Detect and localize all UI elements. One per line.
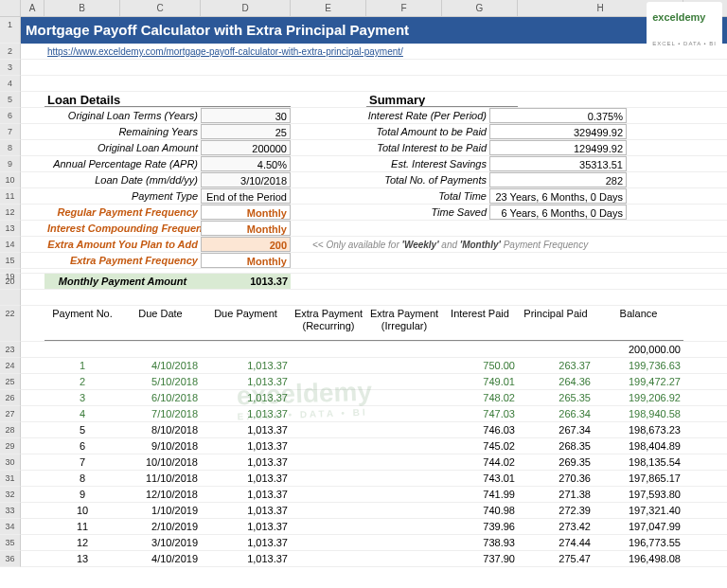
- loan-details-heading: Loan Details: [44, 92, 291, 107]
- loan-label: Loan Date (mm/dd/yy): [44, 172, 201, 187]
- row-12[interactable]: 12: [0, 205, 21, 221]
- col-C[interactable]: C: [120, 0, 201, 16]
- col-F[interactable]: F: [366, 0, 442, 16]
- row-35[interactable]: 35: [0, 535, 21, 551]
- summary-value: 129499.92: [489, 140, 627, 155]
- row-27[interactable]: 27: [0, 406, 21, 422]
- row-3[interactable]: 3: [0, 60, 21, 76]
- summary-heading: Summary: [366, 92, 518, 107]
- summary-label: Total Time: [310, 188, 489, 204]
- table-row[interactable]: 47/10/20181,013.37747.03266.34198,940.58: [21, 406, 727, 422]
- row-28[interactable]: 28: [0, 422, 21, 438]
- loan-label: Extra Amount You Plan to Add: [44, 237, 201, 252]
- spreadsheet: A B C D E F G H 123456789101112131415192…: [0, 0, 727, 567]
- summary-label: Time Saved: [310, 205, 489, 220]
- row-7[interactable]: 7: [0, 124, 21, 140]
- loan-value[interactable]: 200000: [201, 140, 291, 155]
- col-E[interactable]: E: [291, 0, 366, 16]
- summary-label: Interest Rate (Per Period): [310, 108, 489, 123]
- loan-value[interactable]: Monthly: [201, 253, 291, 268]
- summary-value: 282: [489, 172, 627, 187]
- table-row[interactable]: 123/10/20191,013.37738.93274.44196,773.5…: [21, 535, 727, 551]
- row-33[interactable]: 33: [0, 503, 21, 519]
- loan-value[interactable]: 25: [201, 124, 291, 139]
- row-10[interactable]: 10: [0, 172, 21, 188]
- summary-label: Est. Interest Savings: [310, 156, 489, 171]
- summary-label: Total Amount to be Paid: [310, 124, 489, 139]
- row-34[interactable]: 34: [0, 519, 21, 535]
- loan-value[interactable]: End of the Period: [201, 188, 291, 204]
- col-A[interactable]: A: [21, 0, 44, 16]
- row-36[interactable]: 36: [0, 551, 21, 567]
- loan-label: Payment Type: [44, 188, 201, 204]
- row-8[interactable]: 8: [0, 140, 21, 156]
- loan-value[interactable]: 200: [201, 237, 291, 252]
- loan-label: Original Loan Amount: [44, 140, 201, 155]
- source-link[interactable]: https://www.exceldemy.com/mortgage-payof…: [44, 44, 612, 59]
- loan-label: Extra Payment Frequency: [44, 253, 201, 268]
- table-row[interactable]: 69/10/20181,013.37745.02268.35198,404.89: [21, 438, 727, 454]
- loan-value[interactable]: 4.50%: [201, 156, 291, 171]
- table-row[interactable]: 811/10/20181,013.37743.01270.36197,865.1…: [21, 471, 727, 487]
- table-row[interactable]: 112/10/20191,013.37739.96273.42197,047.9…: [21, 519, 727, 535]
- table-row[interactable]: 710/10/20181,013.37744.02269.35198,135.5…: [21, 454, 727, 471]
- row-29[interactable]: 29: [0, 438, 21, 454]
- summary-value: 329499.92: [489, 124, 627, 139]
- col-B[interactable]: B: [44, 0, 120, 16]
- loan-value[interactable]: Monthly: [201, 205, 291, 220]
- exceldemy-logo: exceldemyEXCEL • DATA • BI: [647, 2, 722, 59]
- table-row[interactable]: 101/10/20191,013.37740.98272.39197,321.4…: [21, 503, 727, 519]
- row-24[interactable]: 24: [0, 358, 21, 374]
- row-13[interactable]: 13: [0, 221, 21, 237]
- loan-value[interactable]: 30: [201, 108, 291, 123]
- col-G[interactable]: G: [442, 0, 518, 16]
- table-row[interactable]: 25/10/20181,013.37749.01264.36199,472.27: [21, 374, 727, 390]
- row-4[interactable]: 4: [0, 76, 21, 92]
- page-title: Mortgage Payoff Calculator with Extra Pr…: [26, 17, 409, 44]
- table-row[interactable]: 36/10/20181,013.37748.02265.35199,206.92: [21, 390, 727, 406]
- row-2[interactable]: 2: [0, 44, 21, 60]
- row-32[interactable]: 32: [0, 487, 21, 503]
- loan-value[interactable]: 3/10/2018: [201, 172, 291, 187]
- title-bar: Mortgage Payoff Calculator with Extra Pr…: [21, 17, 727, 44]
- summary-label: Total Interest to be Paid: [310, 140, 489, 155]
- monthly-payment-value: 1013.37: [201, 274, 291, 289]
- row-1[interactable]: 1: [0, 17, 21, 44]
- row-23[interactable]: 23: [0, 342, 21, 358]
- row-22[interactable]: 22: [0, 306, 21, 342]
- col-headers: A B C D E F G H: [0, 0, 727, 17]
- frequency-note: << Only available for 'Weekly' and 'Mont…: [310, 237, 627, 252]
- row-30[interactable]: 30: [0, 454, 21, 471]
- col-D[interactable]: D: [201, 0, 291, 16]
- table-row[interactable]: 134/10/20191,013.37737.90275.47196,498.0…: [21, 551, 727, 567]
- loan-label: Original Loan Terms (Years): [44, 108, 201, 123]
- row-[interactable]: [0, 290, 21, 306]
- row-15[interactable]: 15: [0, 253, 21, 269]
- row-25[interactable]: 25: [0, 374, 21, 390]
- table-row[interactable]: 14/10/20181,013.37750.00263.37199,736.63: [21, 358, 727, 374]
- loan-label: Annual Percentage Rate (APR): [44, 156, 201, 171]
- row-20[interactable]: 20: [0, 274, 21, 290]
- loan-value[interactable]: Monthly: [201, 221, 291, 236]
- summary-value: 35313.51: [489, 156, 627, 171]
- row-11[interactable]: 11: [0, 188, 21, 205]
- loan-label: Interest Compounding Frequency: [44, 221, 201, 236]
- row-headers: 1234567891011121314151920222324252627282…: [0, 17, 21, 567]
- summary-value: 0.375%: [489, 108, 627, 123]
- row-5[interactable]: 5: [0, 92, 21, 108]
- summary-value: 6 Years, 6 Months, 0 Days: [489, 205, 627, 220]
- table-row[interactable]: 58/10/20181,013.37746.03267.34198,673.23: [21, 422, 727, 438]
- loan-label: Remaining Years: [44, 124, 201, 139]
- row-14[interactable]: 14: [0, 237, 21, 253]
- row-31[interactable]: 31: [0, 471, 21, 487]
- table-row[interactable]: 912/10/20181,013.37741.99271.38197,593.8…: [21, 487, 727, 503]
- summary-label: Total No. of Payments: [310, 172, 489, 187]
- row-6[interactable]: 6: [0, 108, 21, 124]
- summary-value: 23 Years, 6 Months, 0 Days: [489, 188, 627, 204]
- loan-label: Regular Payment Frequency: [44, 205, 201, 220]
- initial-balance: 200,000.00: [518, 342, 683, 357]
- monthly-payment-label: Monthly Payment Amount: [44, 274, 201, 289]
- row-9[interactable]: 9: [0, 156, 21, 172]
- row-26[interactable]: 26: [0, 390, 21, 406]
